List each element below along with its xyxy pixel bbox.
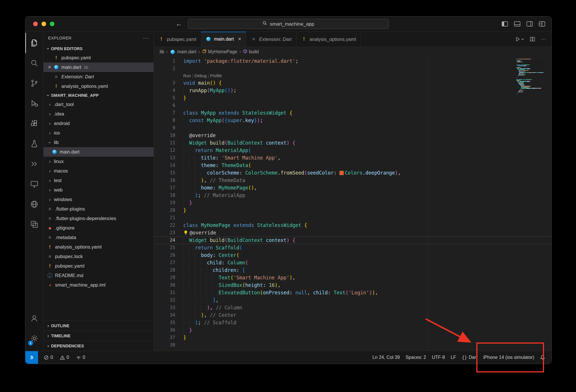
code-line[interactable]: 6 xyxy=(154,102,552,109)
close-tab-icon[interactable]: × xyxy=(238,36,241,42)
code-line[interactable]: 14 theme: ThemeData( xyxy=(154,162,552,169)
breadcrumb-item[interactable]: main.dart xyxy=(170,49,197,54)
code-line[interactable]: 17 home: MyHomePage(), xyxy=(154,184,552,192)
project-header[interactable]: › SMART_MACHINE_APP xyxy=(44,91,154,100)
remote-explorer-icon[interactable] xyxy=(25,174,43,194)
open-editors-header[interactable]: › OPEN EDITORS xyxy=(44,44,154,53)
status-ports[interactable]: 0 xyxy=(73,351,88,364)
status-item-r1[interactable]: Spaces: 2 xyxy=(403,351,429,364)
tree-item[interactable]: ›macos xyxy=(44,166,154,176)
section-dependencies[interactable]: ›DEPENDENCIES xyxy=(44,341,154,351)
code-line[interactable]: 20} xyxy=(154,207,552,214)
status-warning[interactable]: 0 xyxy=(57,351,72,364)
tree-item[interactable]: ›web xyxy=(44,185,154,195)
section-timeline[interactable]: ›TIMELINE xyxy=(44,331,154,341)
code-line[interactable]: 29 Text('Smart Machine App'), xyxy=(154,274,552,281)
minimap[interactable] xyxy=(516,58,546,96)
status-remote[interactable] xyxy=(25,351,38,364)
open-editor-item[interactable]: ≡Extension: Dart xyxy=(44,72,154,82)
tab-extension-dart[interactable]: ≡Extension: Dart xyxy=(246,32,297,47)
code-line[interactable]: 2 xyxy=(154,65,552,72)
code-line[interactable]: 8 const MyApp({super.key}); xyxy=(154,117,552,124)
open-editor-item[interactable]: !pubspec.yaml xyxy=(44,53,154,63)
testing-icon[interactable] xyxy=(25,134,43,154)
code-line[interactable]: 19 } xyxy=(154,199,552,207)
code-line[interactable]: 16 ), // ThemeData xyxy=(154,177,552,184)
split-editor-icon[interactable] xyxy=(530,36,535,42)
toggle-panel-icon[interactable] xyxy=(514,21,520,26)
search-icon[interactable] xyxy=(25,53,43,73)
code-line[interactable]: 21 xyxy=(154,214,552,221)
settings-icon[interactable]: 1 xyxy=(25,328,43,349)
tab-analysis-options-yaml[interactable]: !analysis_options.yaml xyxy=(297,32,361,47)
tree-item[interactable]: ›lib xyxy=(44,138,154,147)
toggle-sidebar-icon[interactable] xyxy=(502,21,508,26)
tree-item[interactable]: ›ios xyxy=(44,128,154,138)
extensions-icon[interactable] xyxy=(25,113,43,134)
breadcrumb-item[interactable]: MyHomePage xyxy=(202,49,237,55)
more-actions-icon[interactable]: ··· xyxy=(541,37,546,42)
tree-item[interactable]: !pubspec.yaml xyxy=(44,261,154,271)
code-line[interactable]: 18 ); // MaterialApp xyxy=(154,192,552,199)
code-line[interactable]: 11 Widget build(BuildContext context) { xyxy=(154,139,552,147)
status-item-r0[interactable]: Ln 24, Col 39 xyxy=(369,351,403,364)
command-center-search[interactable]: smart_machine_app xyxy=(188,19,389,29)
minimize-button[interactable] xyxy=(41,22,46,26)
open-editor-item[interactable]: !analysis_options.yaml xyxy=(44,82,154,91)
tree-item[interactable]: ›android xyxy=(44,119,154,128)
codelens-profile[interactable]: Profile xyxy=(210,73,222,78)
code-line[interactable]: 30 SizedBox(height: 16), xyxy=(154,281,552,289)
code-line[interactable]: 37} xyxy=(154,334,552,341)
layers-icon[interactable] xyxy=(25,214,43,234)
tree-item[interactable]: ›test xyxy=(44,176,154,185)
code-line[interactable]: 33 ), // Column xyxy=(154,304,552,311)
status-item-r2[interactable]: UTF-8 xyxy=(429,351,448,364)
code-line[interactable]: 10 @override xyxy=(154,132,552,139)
source-control-icon[interactable] xyxy=(25,73,43,93)
code-editor[interactable]: 1import 'package:flutter/material.dart';… xyxy=(154,57,552,351)
breadcrumb-item[interactable]: lib xyxy=(160,49,164,54)
code-line[interactable]: 28 children: [ xyxy=(154,266,552,274)
codelens-debug[interactable]: Debug xyxy=(194,73,207,78)
code-line[interactable]: 9 xyxy=(154,124,552,132)
code-line[interactable]: 15 colorScheme: ColorScheme.fromSeed(see… xyxy=(154,169,552,177)
run-or-debug-button[interactable] xyxy=(515,36,524,42)
tree-item[interactable]: ›.idea xyxy=(44,109,154,119)
status-device[interactable]: iPhone 14 (ios simulator) xyxy=(480,351,537,364)
code-line[interactable]: 34 ), // Center xyxy=(154,311,552,319)
code-line[interactable]: 22class MyHomePage extends StatelessWidg… xyxy=(154,221,552,229)
status-braces[interactable]: {}Dart xyxy=(459,351,480,364)
tree-item[interactable]: ≡.metadata xyxy=(44,233,154,242)
code-line[interactable]: 25 return Scaffold( xyxy=(154,244,552,251)
toggle-secondary-sidebar-icon[interactable] xyxy=(526,21,533,26)
tree-item[interactable]: main.dart xyxy=(44,147,154,157)
lightbulb-icon[interactable] xyxy=(183,230,190,237)
status-item-r3[interactable]: LF xyxy=(448,351,459,364)
code-line[interactable]: 1import 'package:flutter/material.dart'; xyxy=(154,57,552,65)
open-editor-item[interactable]: ×main.dartlib xyxy=(44,63,154,72)
tree-item[interactable]: ≡.flutter-plugins xyxy=(44,204,154,214)
code-line[interactable]: 32 ], xyxy=(154,296,552,304)
breadcrumb-item[interactable]: build xyxy=(243,49,259,55)
back-button[interactable]: ← xyxy=(176,20,182,28)
code-line[interactable]: 3void main() { xyxy=(154,79,552,87)
tree-item[interactable]: ≡pubspec.lock xyxy=(44,252,154,261)
code-line[interactable]: 35 ); // Scaffold xyxy=(154,319,552,326)
account-icon[interactable] xyxy=(25,308,43,328)
code-line[interactable]: 26 body: Center( xyxy=(154,251,552,259)
tree-item[interactable]: ›linux xyxy=(44,157,154,166)
tree-item[interactable]: ≡.flutter-plugins-dependencies xyxy=(44,214,154,223)
code-line[interactable]: 7class MyApp extends StatelessWidget { xyxy=(154,109,552,117)
status-error[interactable]: 0 xyxy=(41,351,56,364)
explorer-icon[interactable] xyxy=(25,33,43,53)
tab-pubspec-yaml[interactable]: !pubspec.yaml xyxy=(154,32,201,47)
tree-item[interactable]: ‹›smart_machine_app.iml xyxy=(44,280,154,290)
code-line[interactable]: 27 child: Column( xyxy=(154,259,552,266)
section-outline[interactable]: ›OUTLINE xyxy=(44,321,154,331)
tree-item[interactable]: ◆.gitignore xyxy=(44,223,154,233)
codelens-run[interactable]: Run xyxy=(183,73,191,78)
explorer-more-actions-icon[interactable]: ··· xyxy=(143,35,149,41)
tab-main-dart[interactable]: main.dart× xyxy=(201,32,246,47)
status-bell[interactable] xyxy=(537,351,548,364)
zoom-button[interactable] xyxy=(50,22,54,26)
